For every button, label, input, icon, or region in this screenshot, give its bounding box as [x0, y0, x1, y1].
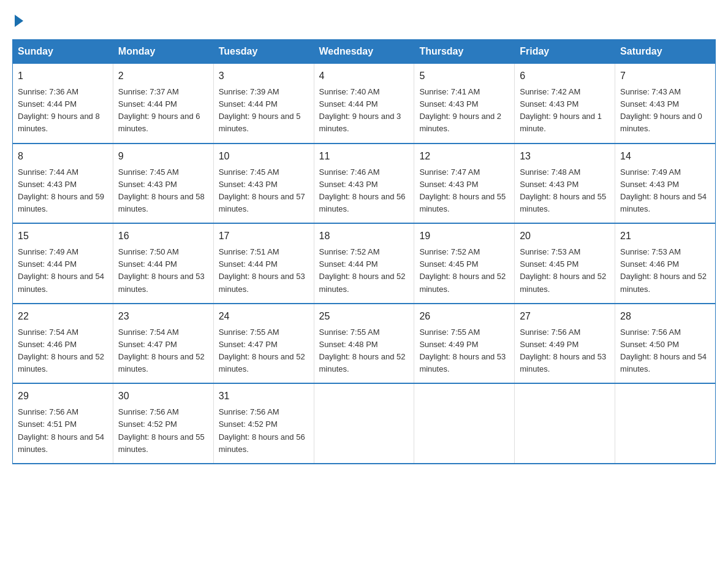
- column-header-saturday: Saturday: [615, 40, 716, 64]
- day-info: Sunrise: 7:56 AMSunset: 4:52 PMDaylight:…: [219, 407, 305, 453]
- day-number: 18: [319, 229, 409, 243]
- calendar-cell: 16Sunrise: 7:50 AMSunset: 4:44 PMDayligh…: [113, 223, 213, 304]
- day-info: Sunrise: 7:51 AMSunset: 4:44 PMDaylight:…: [219, 247, 305, 293]
- calendar-cell: 29Sunrise: 7:56 AMSunset: 4:51 PMDayligh…: [13, 383, 113, 464]
- day-number: 30: [118, 389, 208, 404]
- calendar-cell: 14Sunrise: 7:49 AMSunset: 4:43 PMDayligh…: [615, 144, 716, 224]
- day-info: Sunrise: 7:54 AMSunset: 4:46 PMDaylight:…: [18, 327, 104, 373]
- calendar-cell: [515, 383, 615, 464]
- column-header-sunday: Sunday: [13, 40, 113, 64]
- day-number: 11: [319, 149, 409, 164]
- day-number: 7: [620, 69, 710, 83]
- calendar-cell: 21Sunrise: 7:53 AMSunset: 4:46 PMDayligh…: [615, 223, 716, 304]
- day-info: Sunrise: 7:52 AMSunset: 4:44 PMDaylight:…: [319, 247, 406, 293]
- day-number: 20: [520, 229, 610, 243]
- day-info: Sunrise: 7:40 AMSunset: 4:44 PMDaylight:…: [319, 87, 401, 133]
- day-number: 6: [520, 69, 610, 83]
- calendar-cell: 22Sunrise: 7:54 AMSunset: 4:46 PMDayligh…: [13, 304, 113, 384]
- calendar-cell: 10Sunrise: 7:45 AMSunset: 4:43 PMDayligh…: [213, 144, 314, 224]
- calendar-header-row: SundayMondayTuesdayWednesdayThursdayFrid…: [13, 40, 716, 64]
- day-info: Sunrise: 7:54 AMSunset: 4:47 PMDaylight:…: [118, 327, 205, 373]
- day-number: 28: [620, 309, 710, 324]
- calendar-cell: 6Sunrise: 7:42 AMSunset: 4:43 PMDaylight…: [515, 64, 615, 144]
- calendar-cell: 25Sunrise: 7:55 AMSunset: 4:48 PMDayligh…: [314, 304, 414, 384]
- calendar-cell: 30Sunrise: 7:56 AMSunset: 4:52 PMDayligh…: [113, 383, 213, 464]
- calendar-cell: 31Sunrise: 7:56 AMSunset: 4:52 PMDayligh…: [213, 383, 314, 464]
- day-number: 16: [118, 229, 208, 243]
- day-number: 24: [219, 309, 309, 324]
- calendar-cell: 8Sunrise: 7:44 AMSunset: 4:43 PMDaylight…: [13, 144, 113, 224]
- logo: [12, 12, 23, 27]
- day-info: Sunrise: 7:45 AMSunset: 4:43 PMDaylight:…: [219, 167, 305, 213]
- calendar-cell: 20Sunrise: 7:53 AMSunset: 4:45 PMDayligh…: [515, 223, 615, 304]
- calendar-cell: 24Sunrise: 7:55 AMSunset: 4:47 PMDayligh…: [213, 304, 314, 384]
- day-number: 31: [219, 389, 309, 404]
- day-info: Sunrise: 7:48 AMSunset: 4:43 PMDaylight:…: [520, 167, 606, 213]
- calendar-cell: 28Sunrise: 7:56 AMSunset: 4:50 PMDayligh…: [615, 304, 716, 384]
- day-info: Sunrise: 7:44 AMSunset: 4:43 PMDaylight:…: [18, 167, 104, 213]
- day-number: 22: [18, 309, 108, 324]
- column-header-monday: Monday: [113, 40, 213, 64]
- calendar-table: SundayMondayTuesdayWednesdayThursdayFrid…: [12, 39, 716, 464]
- day-info: Sunrise: 7:55 AMSunset: 4:48 PMDaylight:…: [319, 327, 406, 373]
- day-number: 15: [18, 229, 108, 243]
- column-header-wednesday: Wednesday: [314, 40, 414, 64]
- calendar-cell: 2Sunrise: 7:37 AMSunset: 4:44 PMDaylight…: [113, 64, 213, 144]
- calendar-cell: [615, 383, 716, 464]
- day-number: 23: [118, 309, 208, 324]
- calendar-week-row: 22Sunrise: 7:54 AMSunset: 4:46 PMDayligh…: [13, 304, 716, 384]
- day-info: Sunrise: 7:45 AMSunset: 4:43 PMDaylight:…: [118, 167, 205, 213]
- calendar-cell: [414, 383, 515, 464]
- day-info: Sunrise: 7:49 AMSunset: 4:43 PMDaylight:…: [620, 167, 707, 213]
- day-info: Sunrise: 7:50 AMSunset: 4:44 PMDaylight:…: [118, 247, 205, 293]
- page-header: [12, 12, 716, 27]
- day-number: 12: [419, 149, 509, 164]
- day-number: 2: [118, 69, 208, 83]
- day-number: 27: [520, 309, 610, 324]
- calendar-cell: 17Sunrise: 7:51 AMSunset: 4:44 PMDayligh…: [213, 223, 314, 304]
- day-info: Sunrise: 7:56 AMSunset: 4:50 PMDaylight:…: [620, 327, 707, 373]
- day-number: 1: [18, 69, 108, 83]
- day-info: Sunrise: 7:56 AMSunset: 4:51 PMDaylight:…: [18, 407, 104, 453]
- day-info: Sunrise: 7:37 AMSunset: 4:44 PMDaylight:…: [118, 87, 200, 133]
- column-header-tuesday: Tuesday: [213, 40, 314, 64]
- calendar-cell: 23Sunrise: 7:54 AMSunset: 4:47 PMDayligh…: [113, 304, 213, 384]
- day-number: 17: [219, 229, 309, 243]
- calendar-cell: 12Sunrise: 7:47 AMSunset: 4:43 PMDayligh…: [414, 144, 515, 224]
- day-info: Sunrise: 7:41 AMSunset: 4:43 PMDaylight:…: [419, 87, 501, 133]
- day-info: Sunrise: 7:49 AMSunset: 4:44 PMDaylight:…: [18, 247, 104, 293]
- calendar-cell: 26Sunrise: 7:55 AMSunset: 4:49 PMDayligh…: [414, 304, 515, 384]
- calendar-cell: 7Sunrise: 7:43 AMSunset: 4:43 PMDaylight…: [615, 64, 716, 144]
- day-info: Sunrise: 7:56 AMSunset: 4:52 PMDaylight:…: [118, 407, 205, 453]
- day-number: 4: [319, 69, 409, 83]
- day-info: Sunrise: 7:43 AMSunset: 4:43 PMDaylight:…: [620, 87, 702, 133]
- day-number: 13: [520, 149, 610, 164]
- day-number: 10: [219, 149, 309, 164]
- calendar-cell: 19Sunrise: 7:52 AMSunset: 4:45 PMDayligh…: [414, 223, 515, 304]
- day-info: Sunrise: 7:55 AMSunset: 4:49 PMDaylight:…: [419, 327, 506, 373]
- calendar-cell: 18Sunrise: 7:52 AMSunset: 4:44 PMDayligh…: [314, 223, 414, 304]
- day-number: 29: [18, 389, 108, 404]
- calendar-cell: 9Sunrise: 7:45 AMSunset: 4:43 PMDaylight…: [113, 144, 213, 224]
- day-info: Sunrise: 7:47 AMSunset: 4:43 PMDaylight:…: [419, 167, 506, 213]
- calendar-cell: 27Sunrise: 7:56 AMSunset: 4:49 PMDayligh…: [515, 304, 615, 384]
- day-info: Sunrise: 7:52 AMSunset: 4:45 PMDaylight:…: [419, 247, 506, 293]
- day-info: Sunrise: 7:55 AMSunset: 4:47 PMDaylight:…: [219, 327, 305, 373]
- day-number: 19: [419, 229, 509, 243]
- calendar-week-row: 1Sunrise: 7:36 AMSunset: 4:44 PMDaylight…: [13, 64, 716, 144]
- day-number: 25: [319, 309, 409, 324]
- column-header-friday: Friday: [515, 40, 615, 64]
- day-number: 9: [118, 149, 208, 164]
- day-info: Sunrise: 7:56 AMSunset: 4:49 PMDaylight:…: [520, 327, 606, 373]
- calendar-cell: 3Sunrise: 7:39 AMSunset: 4:44 PMDaylight…: [213, 64, 314, 144]
- calendar-cell: 15Sunrise: 7:49 AMSunset: 4:44 PMDayligh…: [13, 223, 113, 304]
- calendar-cell: 11Sunrise: 7:46 AMSunset: 4:43 PMDayligh…: [314, 144, 414, 224]
- day-info: Sunrise: 7:39 AMSunset: 4:44 PMDaylight:…: [219, 87, 301, 133]
- day-info: Sunrise: 7:42 AMSunset: 4:43 PMDaylight:…: [520, 87, 602, 133]
- logo-arrow-icon: [15, 15, 23, 27]
- calendar-cell: 4Sunrise: 7:40 AMSunset: 4:44 PMDaylight…: [314, 64, 414, 144]
- calendar-week-row: 29Sunrise: 7:56 AMSunset: 4:51 PMDayligh…: [13, 383, 716, 464]
- day-number: 3: [219, 69, 309, 83]
- day-info: Sunrise: 7:53 AMSunset: 4:46 PMDaylight:…: [620, 247, 707, 293]
- calendar-week-row: 15Sunrise: 7:49 AMSunset: 4:44 PMDayligh…: [13, 223, 716, 304]
